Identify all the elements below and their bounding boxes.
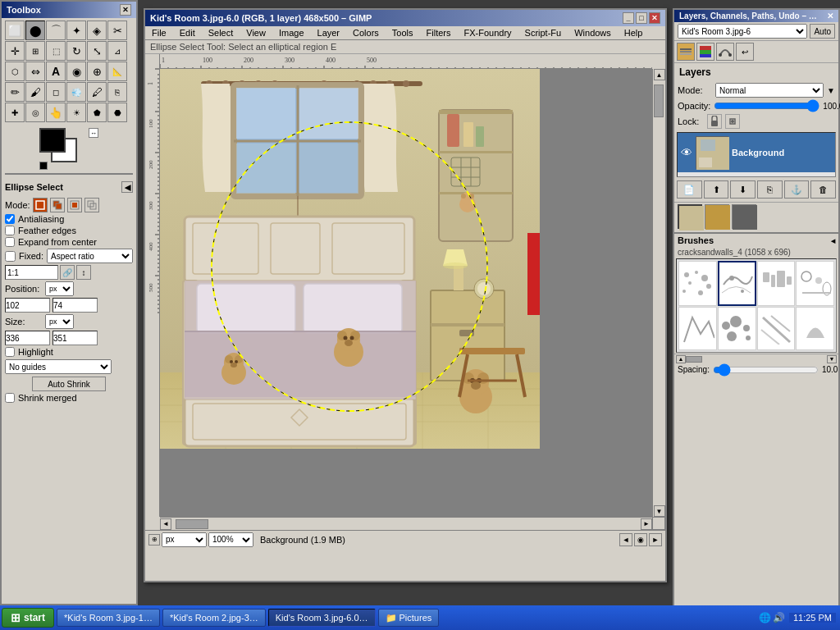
layers-tab-icon[interactable]: [677, 43, 695, 61]
start-button[interactable]: ⊞ start: [2, 608, 54, 628]
menu-windows[interactable]: Windows: [568, 26, 618, 39]
brush-item-5[interactable]: [678, 307, 717, 350]
scroll-down-btn[interactable]: ▼: [654, 505, 665, 517]
lock-position-btn[interactable]: [725, 114, 740, 129]
close-button[interactable]: ✕: [649, 12, 660, 24]
layer-item-background[interactable]: 👁 Background: [678, 133, 835, 172]
zoom-fit-btn[interactable]: ⊕: [148, 534, 160, 546]
brushes-scroll[interactable]: ▲ ▼: [674, 354, 838, 363]
zoom-tool[interactable]: ⊕: [87, 62, 107, 81]
size-h-input[interactable]: [52, 331, 98, 345]
menu-edit[interactable]: Edit: [173, 26, 202, 39]
paintbrush-tool[interactable]: 🖌: [25, 82, 45, 102]
layer-mode-expand-btn[interactable]: ▼: [827, 86, 835, 95]
size-w-input[interactable]: [5, 331, 50, 345]
blend-tool[interactable]: ⬣: [107, 103, 127, 122]
ink-tool[interactable]: 🖊: [87, 82, 107, 102]
toolbox-close-button[interactable]: ✕: [120, 4, 131, 16]
canvas-viewport[interactable]: [160, 69, 652, 517]
menu-image[interactable]: Image: [272, 26, 311, 39]
brush-item-7[interactable]: [757, 307, 796, 350]
rotate-tool[interactable]: ↻: [66, 41, 86, 61]
mode-subtract-btn[interactable]: [67, 198, 82, 212]
lower-layer-btn[interactable]: ⬇: [730, 180, 756, 199]
fixed-dropdown[interactable]: Aspect ratio Width Height Size: [47, 249, 133, 263]
brush-item-4[interactable]: [796, 261, 834, 306]
color-picker-tool[interactable]: ◉: [66, 62, 86, 81]
move-tool[interactable]: ✛: [5, 41, 25, 61]
menu-view[interactable]: View: [240, 26, 272, 39]
opacity-slider[interactable]: [714, 101, 819, 111]
menu-script-fu[interactable]: Script-Fu: [518, 26, 568, 39]
shrink-merged-checkbox[interactable]: [5, 393, 15, 403]
brushes-scroll-up[interactable]: ▲: [676, 355, 686, 363]
menu-file[interactable]: File: [145, 26, 173, 39]
anchor-layer-btn[interactable]: ⚓: [784, 180, 810, 199]
taskbar-item-1[interactable]: *Kid's Room 3.jpg-1…: [57, 609, 160, 627]
position-x-input[interactable]: [5, 298, 50, 313]
maximize-button[interactable]: □: [636, 12, 647, 24]
scroll-left-btn[interactable]: ◄: [160, 518, 171, 530]
free-select-tool[interactable]: ⌒: [46, 21, 66, 40]
undo-tab-icon[interactable]: ↩: [736, 43, 754, 61]
antialiasing-checkbox[interactable]: [5, 214, 15, 224]
tool-options-expand[interactable]: ◂: [121, 181, 133, 193]
menu-colors[interactable]: Colors: [346, 26, 386, 39]
bucket-fill-tool[interactable]: ⬟: [87, 103, 107, 122]
crop-tool[interactable]: ⬚: [46, 41, 66, 61]
taskbar-item-3[interactable]: Kid's Room 3.jpg-6.0…: [268, 609, 376, 627]
convolve-tool[interactable]: ◎: [25, 103, 45, 122]
unit-select[interactable]: px %: [162, 532, 207, 547]
brush-item-3[interactable]: [757, 261, 796, 306]
eraser-tool[interactable]: ◻: [46, 82, 66, 102]
menu-select[interactable]: Select: [202, 26, 240, 39]
duplicate-layer-btn[interactable]: ⎘: [757, 180, 783, 199]
scroll-right-btn[interactable]: ►: [641, 518, 652, 530]
scale-tool[interactable]: ⤡: [87, 41, 107, 61]
active-brush-preview[interactable]: [678, 204, 702, 229]
layers-file-select[interactable]: Kid's Room 3.jpg-6: [678, 24, 807, 39]
minimize-button[interactable]: _: [623, 12, 634, 24]
brushes-scroll-down[interactable]: ▼: [827, 355, 837, 363]
heal-tool[interactable]: ✚: [5, 103, 25, 122]
brushes-expand-btn[interactable]: ◂: [831, 236, 835, 245]
select-by-color-tool[interactable]: ◈: [87, 21, 107, 40]
fuzzy-select-tool[interactable]: ✦: [66, 21, 86, 40]
fg-brush-preview[interactable]: [705, 204, 729, 229]
aspect-ratio-input[interactable]: [5, 265, 58, 280]
menu-filters[interactable]: Filters: [420, 26, 458, 39]
highlight-checkbox[interactable]: [5, 347, 15, 357]
layer-visibility-eye[interactable]: 👁: [681, 146, 692, 159]
pencil-tool[interactable]: ✏: [5, 82, 25, 102]
measure-tool[interactable]: 📐: [107, 62, 127, 81]
shear-tool[interactable]: ⊿: [107, 41, 127, 61]
layer-mode-select[interactable]: Normal Dissolve Multiply Screen: [715, 83, 824, 98]
foreground-color-swatch[interactable]: [39, 128, 66, 153]
layers-auto-btn[interactable]: Auto: [810, 24, 835, 39]
nav-left-btn[interactable]: ◄: [619, 533, 632, 546]
nav-center-btn[interactable]: ◉: [634, 533, 647, 546]
mode-add-btn[interactable]: [50, 198, 65, 212]
zoom-select[interactable]: 100% 50% 200%: [208, 532, 253, 547]
taskbar-item-2[interactable]: *Kid's Room 2.jpg-3…: [162, 609, 266, 627]
value-lock-btn[interactable]: ↕: [76, 265, 91, 280]
text-tool[interactable]: A: [46, 62, 66, 81]
spacing-slider[interactable]: [713, 366, 819, 374]
expand-from-center-checkbox[interactable]: [5, 237, 15, 247]
menu-layer[interactable]: Layer: [311, 26, 347, 39]
paths-tab-icon[interactable]: [716, 43, 734, 61]
fixed-checkbox[interactable]: [5, 251, 16, 262]
reset-colors-btn[interactable]: [39, 162, 48, 170]
scissors-tool[interactable]: ✂: [107, 21, 127, 40]
swap-colors-btn[interactable]: ↔: [89, 128, 98, 138]
airbrush-tool[interactable]: 💨: [66, 82, 86, 102]
position-y-input[interactable]: [52, 298, 98, 313]
scroll-thumb-h[interactable]: [176, 519, 208, 529]
align-tool[interactable]: ⊞: [25, 41, 45, 61]
vertical-scrollbar[interactable]: ▲ ▼: [652, 69, 665, 517]
menu-fx-foundry[interactable]: FX-Foundry: [457, 26, 518, 39]
new-layer-btn[interactable]: 📄: [677, 180, 702, 199]
brush-item-8[interactable]: [796, 307, 834, 350]
clone-tool[interactable]: ⎘: [107, 82, 127, 102]
nav-right-btn[interactable]: ►: [649, 533, 662, 546]
